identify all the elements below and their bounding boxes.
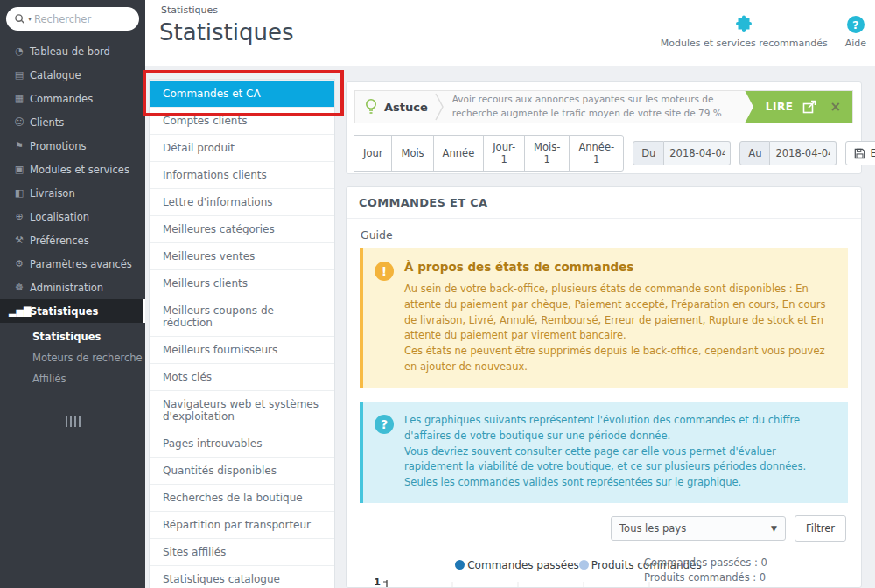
warning-title: À propos des états de commandes (404, 260, 834, 274)
sidebar-item[interactable]: ◔ Tableau de bord (0, 39, 145, 63)
main-nav: ◔ Tableau de bord ▤ Catalogue ▦ Commande… (0, 39, 145, 323)
stats-menu-item[interactable]: Pages introuvables (150, 430, 334, 457)
stats-menu-item[interactable]: Répartition par transporteur (150, 511, 334, 538)
sidebar-item[interactable]: ▂▅▇ Statistiques (0, 299, 145, 323)
sidebar-item[interactable]: ☺ Clients (0, 110, 145, 134)
chevron-right-icon (435, 92, 444, 122)
modules-icon: ▣ (9, 164, 30, 175)
stats-menu-item-label: Pages introuvables (163, 438, 262, 450)
preferences-icon: ⚒ (9, 234, 30, 246)
stats-menu-item[interactable]: Navigateurs web et systèmes d'exploitati… (150, 390, 334, 430)
stats-menu-item[interactable]: Informations clients (150, 161, 334, 188)
stats-menu-item-label: Commandes et CA (163, 88, 261, 100)
sidebar-item-label: Administration (30, 282, 103, 294)
country-select-value: Tous les pays (620, 522, 686, 535)
floppy-disk-icon (854, 148, 865, 159)
range-button[interactable]: Jour (354, 135, 392, 172)
sidebar-subitem[interactable]: Statistiques (0, 326, 145, 347)
stats-menu-item[interactable]: Sites affiliés (150, 538, 334, 565)
stats-menu-item[interactable]: Meilleurs coupons de réduction (150, 297, 334, 336)
sidebar-item-label: Promotions (30, 140, 87, 152)
sidebar-item[interactable]: ☸ Administration (0, 276, 145, 299)
tip-text: Avoir recours aux annonces payantes sur … (444, 93, 745, 121)
legend-dot-icon (579, 560, 589, 570)
sidebar-item[interactable]: ▦ Commandes (0, 87, 145, 110)
modules-recommended-button[interactable]: Modules et services recommandés (661, 14, 828, 49)
sidebar-item[interactable]: ▤ Catalogue (0, 63, 145, 87)
stats-menu-item[interactable]: Meilleures catégories (150, 215, 334, 242)
orders-chart-block: Commandes passées Produits commandés 10.… (346, 556, 861, 588)
tip-read-button[interactable]: LIRE (766, 101, 794, 113)
breadcrumb: Statistiques (161, 4, 218, 16)
range-button[interactable]: Année (433, 135, 485, 172)
sidebar-item[interactable]: ▣ Modules et services (0, 158, 145, 181)
page-header: Statistiques Statistiques Modules et ser… (145, 0, 875, 66)
search-scope-caret-icon[interactable]: ▾ (28, 15, 32, 23)
info-line: Seules les commandes valides sont représ… (404, 475, 834, 491)
sidebar-subitem[interactable]: Moteurs de recherche (0, 347, 145, 368)
stats-menu-item-label: Comptes clients (163, 115, 247, 127)
page-title: Statistiques (159, 19, 294, 46)
sidebar-item[interactable]: ⚒ Préférences (0, 228, 145, 252)
sidebar-subitem-label: Moteurs de recherche (32, 352, 143, 364)
stats-menu-item-label: Sites affiliés (163, 546, 226, 558)
sidebar-item[interactable]: ⚑ Promotions (0, 134, 145, 158)
stats-menu-item[interactable]: Statistiques catalogue (150, 565, 334, 588)
sidebar-subitem[interactable]: Affiliés (0, 368, 145, 389)
total-line: Produits commandés : 0 (644, 570, 847, 585)
sidebar-subitem-label: Statistiques (32, 331, 101, 343)
warning-body-2: Ces états ne peuvent être supprimés depu… (404, 344, 834, 375)
stats-menu-item[interactable]: Lettre d'informations (150, 188, 334, 215)
save-button-label: Enregistrer (870, 147, 875, 159)
help-button[interactable]: ? Aide (845, 16, 866, 49)
orders-chart: 10.50 (373, 575, 670, 588)
global-search[interactable]: ▾ (6, 7, 139, 31)
stats-menu-item-label: Mots clés (163, 371, 212, 383)
sidebar-collapse-grip-icon[interactable] (63, 416, 82, 427)
range-button[interactable]: Année-1 (569, 135, 624, 172)
range-button[interactable]: Jour-1 (483, 135, 525, 172)
sidebar-item[interactable]: ⊕ Localisation (0, 205, 145, 228)
date-from-label: Du (633, 141, 664, 165)
stats-menu-item-label: Répartition par transporteur (163, 519, 311, 531)
date-toolbar: Jour Mois Année Jour-1 Mois-1 Année-1 Du… (354, 135, 853, 172)
shipping-icon: ◧ (9, 187, 30, 199)
stats-menu-item[interactable]: Quantités disponibles (150, 457, 334, 484)
stats-menu-item[interactable]: Mots clés (150, 363, 334, 390)
sidebar-item-label: Préférences (30, 234, 89, 247)
tip-close-button[interactable]: × (830, 99, 841, 115)
sidebar-item-label: Clients (30, 116, 64, 129)
warning-alert: ! À propos des états de commandes Au sei… (360, 248, 848, 388)
stats-menu: Commandes et CA Comptes clients Détail p… (149, 79, 335, 588)
stats-menu-item-label: Statistiques catalogue (163, 573, 280, 585)
stats-menu-item-label: Navigateurs web et systèmes d'exploitati… (163, 398, 318, 423)
chart-summary: Commandes passées : 0 Produits commandés… (644, 556, 847, 588)
stats-menu-item[interactable]: Meilleurs fournisseurs (150, 336, 334, 363)
stats-menu-item[interactable]: Meilleures ventes (150, 242, 334, 270)
stats-menu-item-label: Meilleurs clients (163, 277, 248, 290)
range-button-group: Jour Mois Année Jour-1 Mois-1 Année-1 (354, 135, 624, 172)
range-button[interactable]: Mois (391, 135, 433, 172)
stats-menu-item-label: Détail produit (163, 142, 234, 154)
stats-menu-item[interactable]: Meilleurs clients (150, 270, 334, 297)
tip-label: Astuce (384, 101, 428, 114)
date-to-input[interactable] (770, 141, 836, 165)
filter-button[interactable]: Filtrer (794, 515, 846, 542)
save-button[interactable]: Enregistrer (845, 141, 875, 165)
stats-menu-item[interactable]: Recherches de la boutique (150, 484, 334, 511)
lightbulb-icon (364, 98, 378, 116)
range-button[interactable]: Mois-1 (524, 135, 570, 172)
sidebar-item[interactable]: ◧ Livraison (0, 181, 145, 205)
search-input[interactable] (34, 13, 131, 25)
external-link-icon[interactable] (802, 100, 816, 114)
stats-menu-item[interactable]: Comptes clients (150, 107, 334, 134)
date-from-group: Du (633, 141, 731, 165)
stats-menu-item-label: Meilleurs coupons de réduction (163, 304, 274, 329)
sidebar-item[interactable]: ⚙ Paramètres avancés (0, 252, 145, 276)
date-to-label: Au (739, 141, 770, 165)
country-select[interactable]: Tous les pays ▼ (611, 516, 786, 541)
stats-menu-item[interactable]: Commandes et CA (150, 80, 334, 107)
date-filter-panel: Astuce Avoir recours aux annonces payant… (346, 81, 862, 174)
stats-menu-item[interactable]: Détail produit (150, 134, 334, 161)
date-from-input[interactable] (664, 141, 731, 165)
